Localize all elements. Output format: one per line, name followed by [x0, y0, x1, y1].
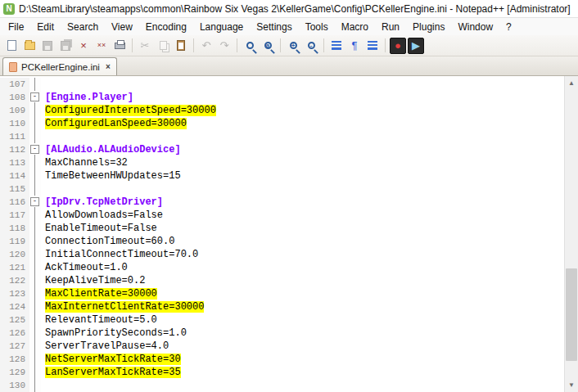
line-number[interactable]: 113 — [0, 156, 29, 169]
code-text[interactable]: InitialConnectTimeout=70.0 — [41, 248, 198, 261]
code-text[interactable] — [41, 78, 45, 91]
editor-line[interactable]: 112-[ALAudio.ALAudioDevice] — [0, 143, 564, 156]
scrollbar-thumb[interactable] — [566, 268, 577, 361]
replace-button[interactable]: a — [260, 38, 276, 54]
editor-line[interactable]: 123MaxClientRate=30000 — [0, 287, 564, 300]
open-file-button[interactable] — [21, 38, 38, 54]
line-number[interactable]: 130 — [0, 379, 29, 392]
fold-margin[interactable]: - — [29, 91, 41, 104]
code-text[interactable]: ConfiguredLanSpeed=30000 — [41, 117, 187, 130]
menu-plugins[interactable]: Plugins — [406, 20, 451, 34]
scroll-down-icon[interactable]: ▼ — [565, 378, 578, 392]
editor-line[interactable]: 128NetServerMaxTickRate=30 — [0, 353, 564, 366]
fold-margin[interactable]: - — [29, 143, 41, 156]
code-text[interactable] — [41, 379, 45, 392]
copy-button[interactable] — [155, 38, 171, 54]
line-number[interactable]: 107 — [0, 78, 29, 91]
scrollbar-track[interactable] — [565, 90, 578, 378]
line-number[interactable]: 111 — [0, 130, 29, 143]
code-text[interactable]: ConnectionTimeout=60.0 — [41, 235, 174, 248]
code-text[interactable]: AckTimeout=1.0 — [41, 261, 128, 274]
zoom-in-button[interactable]: + — [285, 38, 301, 54]
line-number[interactable]: 125 — [0, 313, 29, 327]
record-macro-button[interactable]: ● — [390, 38, 406, 54]
paste-button[interactable] — [173, 38, 189, 54]
vertical-scrollbar[interactable]: ▲ ▼ — [564, 76, 578, 392]
editor-line[interactable]: 120InitialConnectTimeout=70.0 — [0, 248, 564, 261]
menu-search[interactable]: Search — [61, 20, 105, 34]
editor-line[interactable]: 111 — [0, 130, 564, 143]
menu-tools[interactable]: Tools — [299, 20, 335, 34]
editor-line[interactable]: 124MaxInternetClientRate=30000 — [0, 300, 564, 313]
playback-macro-button[interactable]: ▶ — [408, 38, 424, 54]
line-number[interactable]: 114 — [0, 169, 29, 182]
code-text[interactable]: KeepAliveTime=0.2 — [41, 274, 145, 287]
editor-line[interactable]: 121AckTimeout=1.0 — [0, 261, 564, 274]
line-number[interactable]: 129 — [0, 366, 29, 379]
code-text[interactable]: ConfiguredInternetSpeed=30000 — [41, 104, 216, 117]
show-all-characters-button[interactable]: ¶ — [346, 38, 363, 54]
editor-line[interactable]: 122KeepAliveTime=0.2 — [0, 274, 564, 287]
code-text[interactable]: LanServerMaxTickRate=35 — [41, 366, 181, 379]
code-text[interactable]: MaxClientRate=30000 — [41, 287, 157, 300]
editor-line[interactable]: 110ConfiguredLanSpeed=30000 — [0, 117, 564, 130]
menu-encoding[interactable]: Encoding — [139, 20, 193, 34]
line-number[interactable]: 119 — [0, 235, 29, 248]
menu-macro[interactable]: Macro — [335, 20, 375, 34]
tab-pckellerengine[interactable]: PCKellerEngine.ini × — [2, 57, 117, 75]
line-number[interactable]: 121 — [0, 261, 29, 274]
menu-language[interactable]: Language — [193, 20, 250, 34]
editor-line[interactable]: 129LanServerMaxTickRate=35 — [0, 366, 564, 379]
line-number[interactable]: 117 — [0, 209, 29, 222]
line-number[interactable]: 115 — [0, 182, 29, 196]
code-text[interactable]: RelevantTimeout=5.0 — [41, 313, 157, 327]
code-text[interactable]: ServerTravelPause=4.0 — [41, 340, 169, 353]
editor-line[interactable]: 116-[IpDrv.TcpNetDriver] — [0, 196, 564, 209]
line-number[interactable]: 128 — [0, 353, 29, 366]
line-number[interactable]: 116 — [0, 196, 29, 209]
undo-button[interactable]: ↶ — [198, 38, 214, 54]
menu-edit[interactable]: Edit — [30, 20, 61, 34]
editor-line[interactable]: 127ServerTravelPause=4.0 — [0, 340, 564, 353]
editor-line[interactable]: 118EnableTimeout=False — [0, 222, 564, 235]
code-text[interactable]: AllowDownloads=False — [41, 209, 163, 222]
zoom-out-button[interactable]: - — [303, 38, 319, 54]
menu-run[interactable]: Run — [375, 20, 406, 34]
print-button[interactable] — [111, 38, 128, 54]
menu-help[interactable]: ? — [499, 20, 518, 34]
editor-line[interactable]: 130 — [0, 379, 564, 392]
editor-line[interactable]: 115 — [0, 182, 564, 196]
line-number[interactable]: 110 — [0, 117, 29, 130]
fold-collapse-icon[interactable]: - — [30, 145, 39, 154]
editor-line[interactable]: 114TimeBetweenHWUpdates=15 — [0, 169, 564, 182]
code-text[interactable] — [41, 182, 45, 196]
line-number[interactable]: 127 — [0, 340, 29, 353]
code-text[interactable] — [41, 130, 45, 143]
editor-line[interactable]: 108-[Engine.Player] — [0, 91, 564, 104]
fold-collapse-icon[interactable]: - — [30, 197, 39, 206]
editor-line[interactable]: 126SpawnPrioritySeconds=1.0 — [0, 327, 564, 340]
redo-button[interactable]: ↷ — [216, 38, 233, 54]
editor-line[interactable]: 107 — [0, 78, 564, 91]
editor-line[interactable]: 119ConnectionTimeout=60.0 — [0, 235, 564, 248]
line-number[interactable]: 108 — [0, 91, 29, 104]
editor-line[interactable]: 109ConfiguredInternetSpeed=30000 — [0, 104, 564, 117]
new-file-button[interactable] — [3, 38, 20, 54]
fold-margin[interactable]: - — [29, 196, 41, 209]
code-text[interactable]: MaxInternetClientRate=30000 — [41, 300, 204, 313]
code-text[interactable]: [ALAudio.ALAudioDevice] — [41, 143, 181, 156]
menu-view[interactable]: View — [105, 20, 139, 34]
menu-settings[interactable]: Settings — [250, 20, 298, 34]
line-number[interactable]: 109 — [0, 104, 29, 117]
save-button[interactable] — [39, 38, 56, 54]
code-text[interactable]: EnableTimeout=False — [41, 222, 157, 235]
line-number[interactable]: 112 — [0, 143, 29, 156]
line-number[interactable]: 123 — [0, 287, 29, 300]
close-button[interactable]: × — [75, 38, 92, 54]
scroll-up-icon[interactable]: ▲ — [565, 76, 578, 90]
line-number[interactable]: 122 — [0, 274, 29, 287]
fold-collapse-icon[interactable]: - — [30, 92, 39, 101]
code-text[interactable]: MaxChannels=32 — [41, 156, 128, 169]
close-all-button[interactable]: ×× — [93, 38, 110, 54]
editor-area[interactable]: 107108-[Engine.Player]109ConfiguredInter… — [0, 76, 578, 392]
